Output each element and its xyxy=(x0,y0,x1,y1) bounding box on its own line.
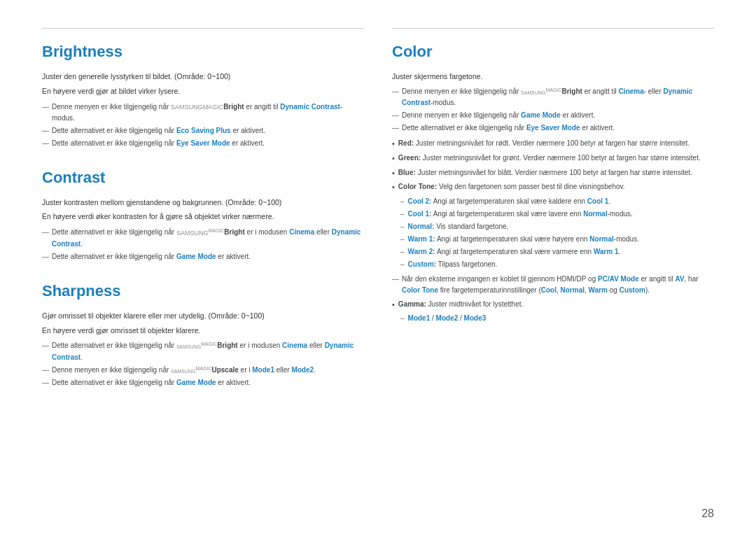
section-brightness: Brightness Juster den generelle lysstyrk… xyxy=(42,43,364,149)
colortone-custom: Custom: Tilpass fargetonen. xyxy=(400,259,714,270)
contrast-intro-2: En høyere verdi øker kontrasten for å gj… xyxy=(42,211,364,223)
sharpness-intro-2: En høyere verdi gjør omrisset til objekt… xyxy=(42,325,364,337)
section-sharpness: Sharpness Gjør omrisset til objekter kla… xyxy=(42,282,364,389)
colortone-cool2: Cool 2: Angi at fargetemperaturen skal v… xyxy=(400,196,714,207)
color-title: Color xyxy=(392,43,714,61)
sharpness-note-2: Denne menyen er ikke tilgjengelig når SA… xyxy=(42,365,364,377)
sharpness-title: Sharpness xyxy=(42,282,364,300)
section-contrast: Contrast Juster kontrasten mellom gjenst… xyxy=(42,169,364,262)
brightness-body: Juster den generelle lysstyrken til bild… xyxy=(42,71,364,149)
left-column: Brightness Juster den generelle lysstyrk… xyxy=(42,28,364,506)
contrast-title: Contrast xyxy=(42,169,364,187)
brightness-intro-2: En høyere verdi gjør at bildet virker ly… xyxy=(42,85,364,97)
color-body: Juster skjermens fargetone. Denne menyen… xyxy=(392,71,714,324)
contrast-note-1: Dette alternativet er ikke tilgjengelig … xyxy=(42,227,364,250)
color-note-2: Denne menyen er ikke tilgjengelig når Ga… xyxy=(392,110,714,121)
color-bullet-gamma: Gamma: Juster midtnivået for lystetthet. xyxy=(392,299,714,311)
brightness-intro-1: Juster den generelle lysstyrken til bild… xyxy=(42,71,364,83)
sharpness-note-3: Dette alternativet er ikke tilgjengelig … xyxy=(42,377,364,388)
colortone-normal: Normal: Vis standard fargetone. xyxy=(400,221,714,232)
brightness-title: Brightness xyxy=(42,43,364,61)
colortone-cool1: Cool 1: Angi at fargetemperaturen skal v… xyxy=(400,209,714,220)
colortone-warm2: Warm 2: Angi at fargetemperaturen skal v… xyxy=(400,246,714,258)
page-number: 28 xyxy=(701,507,714,520)
color-note-1: Denne menyen er ikke tilgjengelig når SA… xyxy=(392,86,714,109)
color-hdmi-note: Når den eksterne inngangen er koblet til… xyxy=(392,274,714,296)
colortone-warm1: Warm 1: Angi at fargetemperaturen skal v… xyxy=(400,234,714,245)
brightness-note-2: Dette alternativet er ikke tilgjengelig … xyxy=(42,125,364,136)
color-intro: Juster skjermens fargetone. xyxy=(392,71,714,83)
color-bullet-red: Red: Juster metningsnivået for rødt. Ver… xyxy=(392,138,714,150)
right-column: Color Juster skjermens fargetone. Denne … xyxy=(392,28,714,506)
gamma-modes: Mode1 / Mode2 / Mode3 xyxy=(400,313,714,324)
contrast-body: Juster kontrasten mellom gjenstandene og… xyxy=(42,197,364,262)
color-bullet-colortone: Color Tone: Velg den fargetonen som pass… xyxy=(392,181,714,194)
contrast-intro-1: Juster kontrasten mellom gjenstandene og… xyxy=(42,197,364,209)
contrast-note-2: Dette alternativet er ikke tilgjengelig … xyxy=(42,251,364,262)
sharpness-note-1: Dette alternativet er ikke tilgjengelig … xyxy=(42,340,364,363)
page-container: Brightness Juster den generelle lysstyrk… xyxy=(0,0,756,534)
color-bullet-green: Green: Juster metningsnivået for grønt. … xyxy=(392,153,714,165)
brightness-note-3: Dette alternativet er ikke tilgjengelig … xyxy=(42,138,364,149)
sharpness-intro-1: Gjør omrisset til objekter klarere eller… xyxy=(42,310,364,322)
color-note-3: Dette alternativet er ikke tilgjengelig … xyxy=(392,122,714,134)
color-bullet-blue: Blue: Juster metningsnivået for blått. V… xyxy=(392,167,714,180)
sharpness-body: Gjør omrisset til objekter klarere eller… xyxy=(42,310,364,389)
section-color: Color Juster skjermens fargetone. Denne … xyxy=(392,43,714,324)
brightness-note-1: Denne menyen er ikke tilgjengelig når SA… xyxy=(42,101,364,124)
